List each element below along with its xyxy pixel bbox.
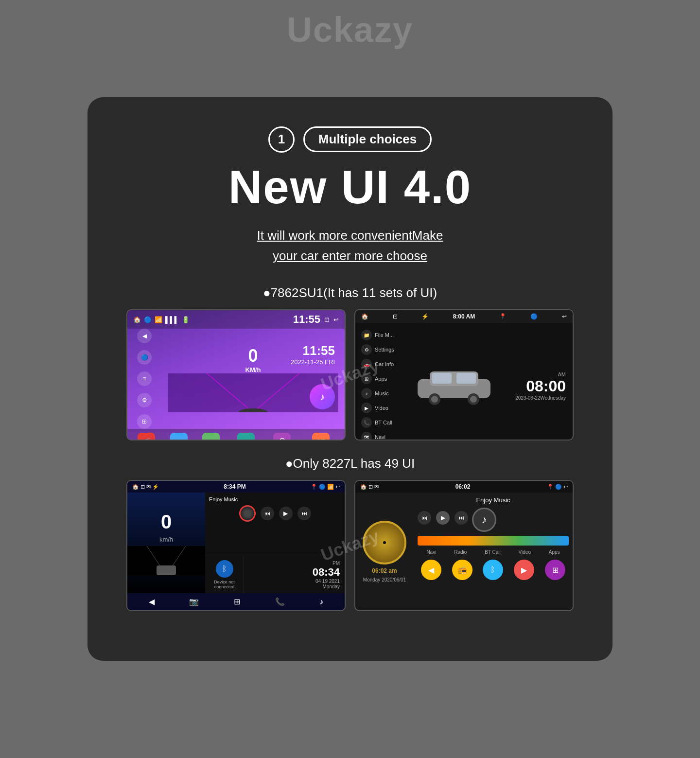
app-playstore[interactable]: ▷ Play Store bbox=[235, 433, 257, 441]
nav-icon[interactable]: ◀ bbox=[137, 329, 152, 343]
menu-apps[interactable]: ⊞ Apps bbox=[361, 373, 394, 384]
app-carletter[interactable]: C CarLetter bbox=[272, 433, 292, 441]
signal-icon: ▌▌▌ bbox=[165, 316, 179, 323]
app-radio-label: Radio bbox=[454, 549, 467, 555]
content-area-ui1: ◀ 🔵 ≡ ⚙ ⊞ 0 KM/h bbox=[127, 329, 345, 429]
radio-btn[interactable]: 📻 bbox=[452, 560, 472, 580]
svg-point-13 bbox=[470, 396, 477, 403]
menu-settings[interactable]: ⚙ Settings bbox=[361, 344, 394, 355]
car-icon: 🚗 bbox=[361, 359, 372, 370]
nav-btn[interactable]: ◀ bbox=[149, 597, 155, 606]
music-bubble[interactable]: ♪ bbox=[310, 384, 335, 409]
apps-icon[interactable]: ⊞ bbox=[137, 414, 152, 429]
home-icon: 🏠 bbox=[133, 316, 141, 323]
usb-icon-r: ⚡ bbox=[421, 313, 429, 320]
icons-left-2r: 🏠 ⊡ ✉ bbox=[360, 484, 379, 490]
header-row: 1 Multiple choices bbox=[126, 126, 574, 153]
clock-panel: 06:02 am Monday 2020/06/01 bbox=[355, 493, 414, 610]
app-apps-label: Apps bbox=[549, 549, 560, 555]
main-content-dark: 📁 File M... ⚙ Settings 🚗 Car Info ⊞ Apps bbox=[355, 323, 573, 441]
prev-btn-2r[interactable]: ⏮ bbox=[418, 511, 431, 525]
time-ui2-left: 8:34 PM bbox=[224, 483, 245, 490]
svg-rect-17 bbox=[157, 565, 176, 575]
music-btn[interactable]: ♪ bbox=[319, 598, 323, 606]
menu-filem[interactable]: 📁 File M... bbox=[361, 330, 394, 340]
right-icons-2l: 📍 🔵 📶 ↩ bbox=[311, 484, 340, 490]
back-icon: ↩ bbox=[333, 316, 339, 323]
analog-clock bbox=[363, 521, 406, 564]
speed-unit: KM/h bbox=[245, 366, 261, 373]
right-clock-date: 2023-03-22Wednesday bbox=[515, 395, 566, 401]
play-btn-2l[interactable]: ▶ bbox=[279, 507, 293, 520]
btcall-btn[interactable]: ᛒ bbox=[483, 560, 503, 580]
car-center bbox=[400, 323, 508, 441]
music-controls-2l: ⏮ ▶ ⏭ bbox=[209, 505, 341, 522]
icons-right-2r: 📍 🔵 ↩ bbox=[547, 484, 568, 490]
video-btn[interactable]: ▶ bbox=[514, 560, 534, 580]
usb-icon: ⊡ bbox=[324, 316, 330, 323]
apps-grid-btn[interactable]: ⊞ bbox=[545, 560, 565, 580]
topbar-ui1-right: 🏠 ⊡ ⚡ 8:00 AM 📍 🔵 ↩ bbox=[355, 310, 573, 323]
menu-btcall[interactable]: 📞 BT Call bbox=[361, 417, 394, 428]
date-day-2l: Monday bbox=[322, 584, 340, 589]
section1-label: ●7862SU1(It has 11 sets of UI) bbox=[126, 285, 574, 300]
menu-music[interactable]: ♪ Music bbox=[361, 388, 394, 399]
filem-icon: 📁 bbox=[361, 330, 372, 340]
music-controls-2r: ⏮ ▶ ⏭ bbox=[418, 511, 468, 525]
note-icon: ♪ bbox=[472, 508, 496, 532]
topbar-time: 11:55 bbox=[293, 313, 320, 326]
apps-btn[interactable]: ⊞ bbox=[234, 597, 240, 606]
home-icon-2l: 🏠 ⊡ ✉ ⚡ bbox=[132, 484, 159, 490]
right-clock: AM 08:00 2023-03-22Wednesday bbox=[508, 323, 573, 441]
watermark-top: Uckazy bbox=[287, 10, 413, 50]
right-panel-ui2: Enjoy Music ⏮ ▶ ⏭ ᛒ Device not connected bbox=[205, 493, 345, 593]
music-player-right: Enjoy Music ⏮ ▶ ⏭ ♪ Navi Radio bbox=[414, 493, 573, 610]
svg-rect-9 bbox=[456, 373, 476, 384]
next-btn-2r[interactable]: ⏭ bbox=[455, 511, 468, 525]
left-panel-ui1: ◀ 🔵 ≡ ⚙ ⊞ bbox=[127, 329, 161, 429]
app-video[interactable]: ▶ Video bbox=[202, 433, 220, 441]
app-radio[interactable]: 📻 Radio bbox=[138, 433, 155, 441]
screen-ui1-right: 🏠 ⊡ ⚡ 8:00 AM 📍 🔵 ↩ 📁 File M... ⚙ Settin… bbox=[354, 309, 574, 441]
section1-screens: Uckazy 🏠 🔵 📶 ▌▌▌ 🔋 11:55 ⊡ ↩ bbox=[126, 309, 574, 441]
svg-point-11 bbox=[431, 396, 438, 403]
digital-clock: 06:02 am bbox=[372, 567, 397, 574]
app-video-label: Video bbox=[519, 549, 531, 555]
menu-navi[interactable]: 🗺 Navi bbox=[361, 432, 394, 441]
navi-btn[interactable]: ◀ bbox=[421, 560, 441, 580]
screen-ui1-left: 🏠 🔵 📶 ▌▌▌ 🔋 11:55 ⊡ ↩ ◀ 🔵 ≡ ⚙ bbox=[126, 309, 346, 441]
svg-rect-8 bbox=[432, 373, 452, 384]
bt-side-icon[interactable]: 🔵 bbox=[137, 350, 152, 365]
menu-video[interactable]: ▶ Video bbox=[361, 403, 394, 413]
prev-btn-2l[interactable]: ⏮ bbox=[261, 507, 274, 520]
app-music[interactable]: ♪ Music bbox=[170, 433, 188, 441]
screen-ui2-left: 🏠 ⊡ ✉ ⚡ 8:34 PM 📍 🔵 📶 ↩ 0 km/h bbox=[126, 480, 346, 611]
time-value-2l: 08:34 bbox=[313, 566, 340, 579]
app-btcall-label: BT Call bbox=[485, 549, 501, 555]
topbar-time-r: 8:00 AM bbox=[453, 313, 475, 320]
apps-icon: ⊞ bbox=[361, 373, 372, 384]
camera-btn[interactable]: 📷 bbox=[189, 597, 199, 606]
app-fileexplorer[interactable]: 📁 File Explorer bbox=[307, 433, 334, 441]
back-icon-r: ↩ bbox=[562, 313, 567, 320]
play-btn-2r[interactable]: ▶ bbox=[436, 511, 450, 525]
bt-time-section: ᛒ Device not connected PM 08:34 04 19 20… bbox=[205, 556, 345, 593]
eq-icon[interactable]: ≡ bbox=[137, 371, 152, 386]
bt-box: ᛒ Device not connected bbox=[205, 556, 244, 593]
phone-btn[interactable]: 📞 bbox=[275, 597, 285, 606]
bt-not-connected: Device not connected bbox=[205, 580, 244, 589]
bottom-apps-ui1: 📻 Radio ♪ Music ▶ Video ▷ Play Store C bbox=[127, 429, 345, 441]
next-btn-2l[interactable]: ⏭ bbox=[298, 507, 311, 520]
menu-carinfo[interactable]: 🚗 Car Info bbox=[361, 359, 394, 370]
speed-panel: 0 km/h bbox=[127, 493, 205, 593]
enjoy-label: Enjoy Music bbox=[418, 496, 569, 504]
date-time-box: 11:55 2022-11-25 FRI bbox=[291, 343, 335, 366]
speed-value: 0 bbox=[245, 346, 261, 366]
clock-date: 2022-11-25 FRI bbox=[291, 358, 335, 366]
screen-ui2-right: 🏠 ⊡ ✉ 06:02 📍 🔵 ↩ 06:02 am Monday 2020/0… bbox=[354, 480, 574, 611]
window-icon-r: ⊡ bbox=[393, 313, 398, 320]
clock-time: 11:55 bbox=[291, 343, 335, 358]
settings-icon[interactable]: ⚙ bbox=[137, 393, 152, 407]
multiple-choices-badge: Multiple choices bbox=[303, 126, 432, 152]
main-content-ui2r: 06:02 am Monday 2020/06/01 Enjoy Music ⏮… bbox=[355, 493, 573, 610]
